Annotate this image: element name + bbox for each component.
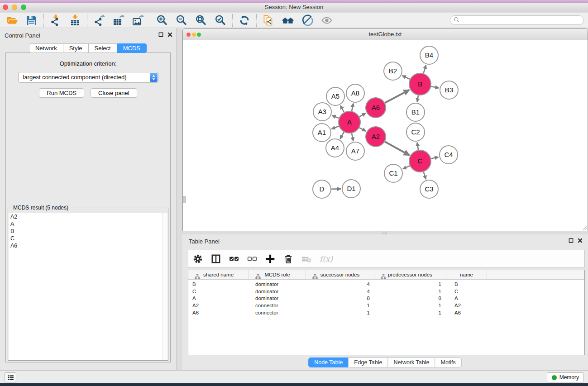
close-window-button[interactable] xyxy=(3,5,8,10)
refresh-icon[interactable] xyxy=(239,14,250,26)
delete-icon[interactable] xyxy=(283,254,293,264)
table-cell: 0 xyxy=(374,295,446,301)
edge-B-B4[interactable] xyxy=(424,65,426,73)
edge-A-A5[interactable] xyxy=(340,105,344,112)
table-row[interactable]: A2connector11A2 xyxy=(188,302,584,309)
zoom-selected-icon[interactable] xyxy=(215,14,226,26)
edge-C-C4[interactable] xyxy=(431,157,438,159)
table-row[interactable]: Cdominator41C xyxy=(188,288,584,295)
edge-C-C1[interactable] xyxy=(403,166,410,169)
columns-icon[interactable] xyxy=(211,254,221,264)
mcds-result-list[interactable]: A2ABCA6 xyxy=(9,213,167,360)
home-network-icon[interactable] xyxy=(282,14,294,26)
import-table-icon[interactable] xyxy=(69,14,81,26)
mcds-result-item[interactable]: A xyxy=(9,220,167,228)
control-panel-tabs: NetworkStyleSelectMCDS xyxy=(0,43,176,53)
node-label-B3: B3 xyxy=(445,86,453,94)
edge-B-B3[interactable] xyxy=(431,86,439,88)
canvas-scrollbar-thumb[interactable] xyxy=(183,196,186,203)
edge-C-C3[interactable] xyxy=(424,172,426,179)
function-builder-icon[interactable]: f(x) xyxy=(320,254,330,264)
edge-A-A3[interactable] xyxy=(332,115,339,118)
network-window-titlebar[interactable]: testGlobe.txt xyxy=(183,29,588,40)
column-header-successor-nodes[interactable]: successor nodes xyxy=(306,270,374,279)
table-cell: 8 xyxy=(306,295,374,301)
export-network-icon[interactable] xyxy=(93,14,105,26)
table-cell: A6 xyxy=(446,310,487,315)
float-panel-icon[interactable] xyxy=(158,32,163,37)
task-history-button[interactable] xyxy=(5,372,16,382)
edge-A2-C[interactable] xyxy=(385,142,409,155)
close-panel-button[interactable]: Close panel xyxy=(91,88,137,98)
tab-edge-table[interactable]: Edge Table xyxy=(348,357,388,367)
table-row[interactable]: Bdominator41B xyxy=(188,281,584,288)
edge-C-C2[interactable] xyxy=(417,143,419,150)
node-label-B2: B2 xyxy=(389,67,397,75)
edge-A-A1[interactable] xyxy=(332,126,339,129)
network-close-button[interactable] xyxy=(186,33,191,37)
network-canvas[interactable]: B4B2BB3A5A8A6A3AB1A1C2A2A4A7CC4C1C3DD1 xyxy=(183,40,588,231)
optimization-criterion-select[interactable]: largest connected component (directed) xyxy=(18,72,158,83)
select-all-icon[interactable] xyxy=(229,254,239,264)
export-table-icon[interactable] xyxy=(113,14,124,26)
tab-select[interactable]: Select xyxy=(88,43,117,53)
duplicate-network-icon[interactable] xyxy=(263,14,274,26)
mcds-result-item[interactable]: A2 xyxy=(9,213,167,220)
search-field[interactable] xyxy=(450,15,584,25)
add-icon[interactable] xyxy=(265,254,275,264)
deselect-all-icon[interactable] xyxy=(247,254,257,264)
float-panel-icon[interactable] xyxy=(569,238,574,243)
traffic-lights xyxy=(3,5,26,10)
table-cell: B xyxy=(188,281,249,287)
edge-A-A6[interactable] xyxy=(359,113,366,117)
network-graph[interactable]: B4B2BB3A5A8A6A3AB1A1C2A2A4A7CC4C1C3DD1 xyxy=(183,40,588,231)
minimize-window-button[interactable] xyxy=(12,5,17,10)
mcds-result-groupbox: MCDS result (5 nodes) A2ABCA6 xyxy=(8,208,168,361)
table-row[interactable]: Adominator80A xyxy=(188,295,584,302)
network-minimize-button[interactable] xyxy=(192,33,196,37)
tab-node-table[interactable]: Node Table xyxy=(308,357,349,367)
edge-B-B2[interactable] xyxy=(402,76,410,79)
tab-network-table[interactable]: Network Table xyxy=(388,357,435,367)
column-header-MCDS-role[interactable]: MCDS role xyxy=(249,270,306,279)
mcds-result-item[interactable]: A6 xyxy=(9,242,167,249)
table-cell: A xyxy=(188,295,249,301)
search-input[interactable] xyxy=(459,16,583,24)
mcds-result-item[interactable]: C xyxy=(9,235,167,242)
column-header-shared-name[interactable]: shared name xyxy=(188,270,249,279)
zoom-window-button[interactable] xyxy=(21,5,26,10)
gear-icon[interactable] xyxy=(193,254,203,264)
column-header-predecessor-nodes[interactable]: predecessor nodes xyxy=(374,270,446,279)
network-zoom-button[interactable] xyxy=(197,33,201,37)
mcds-result-item[interactable]: B xyxy=(9,228,167,235)
mcds-list-scrollbar[interactable] xyxy=(163,213,167,360)
edge-A-A2[interactable] xyxy=(359,128,366,131)
toggle-graphics-details-icon[interactable] xyxy=(301,14,313,26)
run-mcds-button[interactable]: Run MCDS xyxy=(39,88,84,98)
status-bar: Memory xyxy=(0,370,588,383)
open-icon[interactable] xyxy=(6,14,18,26)
zoom-fit-icon[interactable] xyxy=(195,14,207,26)
tab-network[interactable]: Network xyxy=(29,43,63,53)
import-network-icon[interactable] xyxy=(50,14,62,26)
show-hide-icon[interactable] xyxy=(321,14,333,26)
memory-button[interactable]: Memory xyxy=(547,372,584,382)
close-panel-icon[interactable] xyxy=(167,32,172,37)
edge-B-B1[interactable] xyxy=(417,95,418,102)
table-row[interactable]: A6connector11A6 xyxy=(188,309,584,316)
edge-A6-B[interactable] xyxy=(385,90,409,103)
zoom-in-icon[interactable] xyxy=(156,14,168,26)
edge-A-A8[interactable] xyxy=(352,104,353,111)
export-image-icon[interactable] xyxy=(132,14,144,26)
edge-A-A4[interactable] xyxy=(340,132,344,139)
close-panel-icon[interactable] xyxy=(578,238,583,243)
save-icon[interactable] xyxy=(26,14,38,26)
resize-grip-icon[interactable] xyxy=(582,225,587,230)
edge-A-A7[interactable] xyxy=(352,133,353,141)
zoom-out-icon[interactable] xyxy=(176,14,187,26)
delete-table-icon[interactable] xyxy=(301,254,311,264)
tab-mcds[interactable]: MCDS xyxy=(117,43,147,53)
tab-style[interactable]: Style xyxy=(63,43,89,53)
tab-motifs[interactable]: Motifs xyxy=(435,357,461,367)
column-header-name[interactable]: name xyxy=(446,270,487,279)
